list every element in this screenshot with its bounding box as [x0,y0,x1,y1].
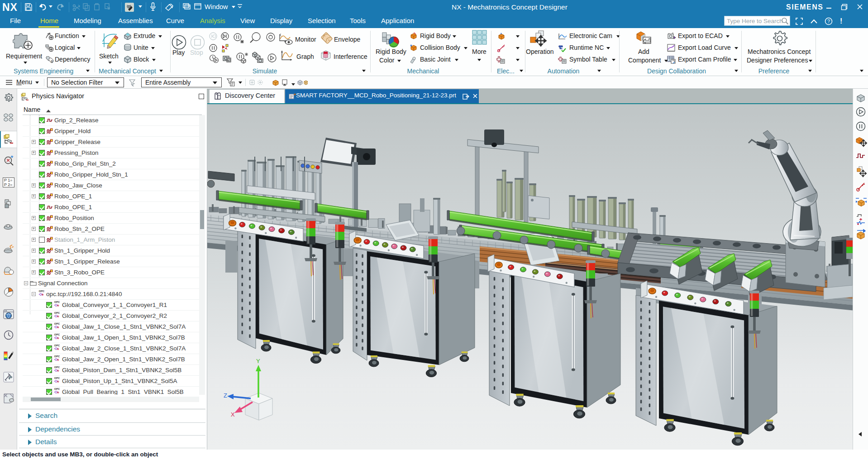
svg-text:OPC: OPC [54,366,60,369]
svg-text:8: 8 [51,59,53,63]
svg-text:OPC: OPC [54,388,60,390]
svg-text:Z: Z [224,392,227,399]
svg-text:OPC: OPC [54,311,60,314]
svg-text:X: X [231,411,235,418]
svg-text:OPC: OPC [39,290,45,292]
svg-text:Y: Y [256,358,260,364]
svg-text:OPC: OPC [54,377,60,379]
svg-text:OPC: OPC [54,322,60,325]
svg-text:OPC: OPC [54,333,60,336]
svg-text:OPC: OPC [54,301,60,303]
svg-text:OPC: OPC [54,344,60,347]
svg-text:?: ? [827,19,830,24]
svg-text:OPC: OPC [54,355,60,358]
